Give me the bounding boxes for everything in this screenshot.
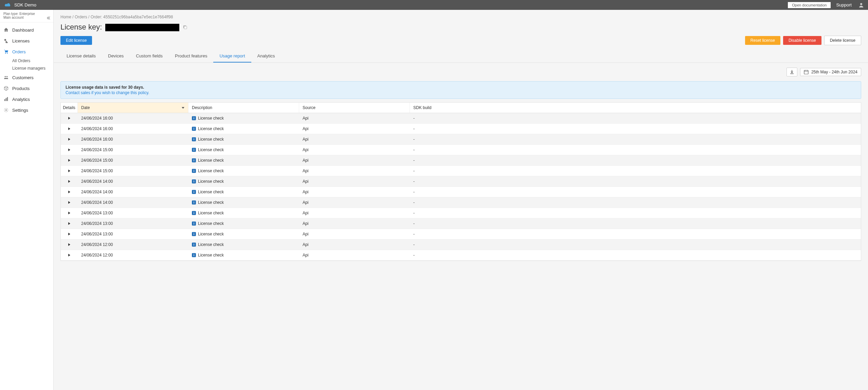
expand-row-icon[interactable] xyxy=(68,233,71,235)
cell-date: 24/06/2024 16:00 xyxy=(78,134,188,144)
open-documentation-button[interactable]: Open documentation xyxy=(788,2,831,8)
cell-source: Api xyxy=(299,229,410,239)
table-row: 24/06/2024 16:00iLicense checkApi- xyxy=(61,134,861,145)
date-range-text: 25th May - 24th Jun 2024 xyxy=(811,70,857,74)
expand-row-icon[interactable] xyxy=(68,148,71,151)
collapse-sidebar-icon[interactable] xyxy=(47,16,51,20)
expand-row-icon[interactable] xyxy=(68,254,71,256)
cell-source: Api xyxy=(299,197,410,208)
cell-sdk: - xyxy=(410,145,861,155)
sidebar-item-label: Settings xyxy=(12,108,28,113)
info-icon: i xyxy=(192,148,196,152)
svg-rect-6 xyxy=(4,99,5,101)
table-row: 24/06/2024 13:00iLicense checkApi- xyxy=(61,229,861,240)
cell-description: iLicense check xyxy=(188,176,299,187)
account-info: Plan type: Enterprise Main account xyxy=(0,10,53,22)
usage-table: Details Date Description Source SDK buil… xyxy=(60,102,861,261)
cell-source: Api xyxy=(299,166,410,176)
breadcrumb-orders[interactable]: Orders xyxy=(75,15,87,19)
cell-sdk: - xyxy=(410,134,861,144)
cell-date: 24/06/2024 15:00 xyxy=(78,155,188,165)
date-range-picker[interactable]: 25th May - 24th Jun 2024 xyxy=(800,68,861,76)
edit-license-button[interactable]: Edit license xyxy=(60,36,92,45)
user-icon[interactable] xyxy=(858,2,864,8)
cell-sdk: - xyxy=(410,229,861,239)
info-icon: i xyxy=(192,169,196,173)
page-title: License key: xyxy=(54,21,868,36)
svg-point-3 xyxy=(7,53,8,54)
cell-description: iLicense check xyxy=(188,240,299,250)
brand-name: SDK Demo xyxy=(14,2,36,7)
tab-license-details[interactable]: License details xyxy=(60,50,102,63)
calendar-icon xyxy=(804,70,809,74)
expand-row-icon[interactable] xyxy=(68,180,71,183)
table-row: 24/06/2024 15:00iLicense checkApi- xyxy=(61,166,861,176)
sidebar-item-label: Dashboard xyxy=(12,28,34,33)
disable-license-button[interactable]: Disable license xyxy=(783,36,821,45)
cell-sdk: - xyxy=(410,176,861,187)
sidebar-item-analytics[interactable]: Analytics xyxy=(0,94,53,105)
cell-description: iLicense check xyxy=(188,155,299,165)
tab-usage-report[interactable]: Usage report xyxy=(213,50,251,63)
action-bar: Edit license Reset license Disable licen… xyxy=(54,36,868,50)
svg-point-4 xyxy=(5,76,6,77)
expand-row-icon[interactable] xyxy=(68,170,71,172)
plan-type: Plan type: Enterprise xyxy=(3,12,50,16)
copy-icon[interactable] xyxy=(183,25,187,30)
info-icon: i xyxy=(192,232,196,236)
cell-source: Api xyxy=(299,124,410,134)
info-icon: i xyxy=(192,253,196,257)
col-description[interactable]: Description xyxy=(188,103,299,113)
tab-devices[interactable]: Devices xyxy=(102,50,130,63)
expand-row-icon[interactable] xyxy=(68,201,71,204)
download-button[interactable] xyxy=(786,68,797,76)
cell-source: Api xyxy=(299,250,410,260)
sidebar-item-orders[interactable]: Orders xyxy=(0,46,53,57)
info-icon: i xyxy=(192,200,196,205)
breadcrumb-order: Order: 4550251c96ba4a5ba7e5ec1e7664ff98 xyxy=(91,15,173,19)
key-icon xyxy=(3,38,9,43)
breadcrumb-home[interactable]: Home xyxy=(60,15,71,19)
expand-row-icon[interactable] xyxy=(68,222,71,225)
cell-source: Api xyxy=(299,145,410,155)
expand-row-icon[interactable] xyxy=(68,117,71,120)
tab-product-features[interactable]: Product features xyxy=(169,50,213,63)
sidebar-item-customers[interactable]: Customers xyxy=(0,72,53,83)
cell-sdk: - xyxy=(410,187,861,197)
expand-row-icon[interactable] xyxy=(68,138,71,141)
expand-row-icon[interactable] xyxy=(68,243,71,246)
notice-link[interactable]: Contact sales if you wish to change this… xyxy=(66,90,856,95)
support-link[interactable]: Support xyxy=(836,2,852,7)
expand-row-icon[interactable] xyxy=(68,127,71,130)
info-icon: i xyxy=(192,116,196,120)
table-header: Details Date Description Source SDK buil… xyxy=(61,103,861,113)
cell-sdk: - xyxy=(410,113,861,123)
reset-license-button[interactable]: Reset license xyxy=(745,36,780,45)
cell-source: Api xyxy=(299,218,410,229)
table-row: 24/06/2024 13:00iLicense checkApi- xyxy=(61,208,861,218)
main-content: Home / Orders / Order: 4550251c96ba4a5ba… xyxy=(54,10,868,390)
expand-row-icon[interactable] xyxy=(68,191,71,193)
svg-point-5 xyxy=(6,76,8,77)
tab-analytics[interactable]: Analytics xyxy=(251,50,281,63)
col-sdk-build[interactable]: SDK build xyxy=(410,103,861,113)
cell-date: 24/06/2024 15:00 xyxy=(78,145,188,155)
toolbar: 25th May - 24th Jun 2024 xyxy=(54,63,868,81)
cell-sdk: - xyxy=(410,250,861,260)
sidebar-sub-all-orders[interactable]: All Orders xyxy=(0,57,53,65)
col-date[interactable]: Date xyxy=(78,103,188,113)
sidebar-sub-license-managers[interactable]: License managers xyxy=(0,65,53,72)
tab-custom-fields[interactable]: Custom fields xyxy=(130,50,169,63)
sidebar-item-label: Analytics xyxy=(12,97,30,102)
sidebar-item-settings[interactable]: Settings xyxy=(0,105,53,116)
sidebar-item-products[interactable]: Products xyxy=(0,83,53,94)
table-row: 24/06/2024 16:00iLicense checkApi- xyxy=(61,124,861,134)
cell-source: Api xyxy=(299,187,410,197)
expand-row-icon[interactable] xyxy=(68,212,71,214)
delete-license-button[interactable]: Delete license xyxy=(824,36,861,45)
col-source[interactable]: Source xyxy=(299,103,410,113)
sidebar-item-dashboard[interactable]: Dashboard xyxy=(0,24,53,35)
sidebar-item-label: Products xyxy=(12,86,30,91)
expand-row-icon[interactable] xyxy=(68,159,71,162)
sidebar-item-licenses[interactable]: Licenses xyxy=(0,35,53,46)
